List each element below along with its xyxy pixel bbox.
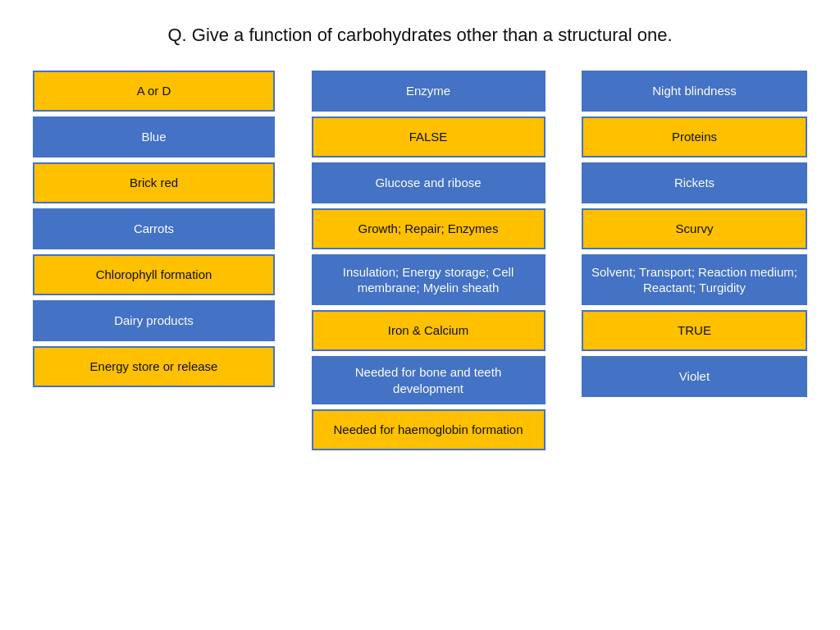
right-column: Night blindnessProteinsRicketsScurvySolv… bbox=[582, 71, 807, 397]
list-item: Energy store or release bbox=[33, 346, 275, 387]
list-item: Needed for haemoglobin formation bbox=[312, 409, 546, 450]
middle-column: EnzymeFALSEGlucose and riboseGrowth; Rep… bbox=[312, 71, 546, 450]
list-item: TRUE bbox=[582, 310, 807, 351]
list-item: Chlorophyll formation bbox=[33, 254, 275, 295]
columns-area: A or DBlueBrick redCarrotsChlorophyll fo… bbox=[33, 71, 807, 450]
list-item: Carrots bbox=[33, 208, 275, 249]
list-item: Glucose and ribose bbox=[312, 162, 546, 203]
list-item: Night blindness bbox=[582, 71, 807, 112]
list-item: Proteins bbox=[582, 116, 807, 158]
left-column: A or DBlueBrick redCarrotsChlorophyll fo… bbox=[33, 71, 275, 387]
list-item: FALSE bbox=[312, 116, 546, 158]
list-item: Rickets bbox=[582, 162, 807, 203]
list-item: Insulation; Energy storage; Cell membran… bbox=[312, 254, 546, 305]
question-text: Q. Give a function of carbohydrates othe… bbox=[33, 25, 807, 46]
list-item: Violet bbox=[582, 356, 807, 397]
list-item: Enzyme bbox=[312, 71, 546, 112]
list-item: Brick red bbox=[33, 162, 275, 203]
page-container: Q. Give a function of carbohydrates othe… bbox=[0, 0, 840, 630]
list-item: Growth; Repair; Enzymes bbox=[312, 208, 546, 249]
list-item: Dairy products bbox=[33, 300, 275, 341]
list-item: Blue bbox=[33, 116, 275, 158]
list-item: Needed for bone and teeth development bbox=[312, 356, 546, 404]
list-item: Scurvy bbox=[582, 208, 807, 249]
list-item: A or D bbox=[33, 71, 275, 112]
list-item: Iron & Calcium bbox=[312, 310, 546, 351]
list-item: Solvent; Transport; Reaction medium; Rea… bbox=[582, 254, 807, 305]
